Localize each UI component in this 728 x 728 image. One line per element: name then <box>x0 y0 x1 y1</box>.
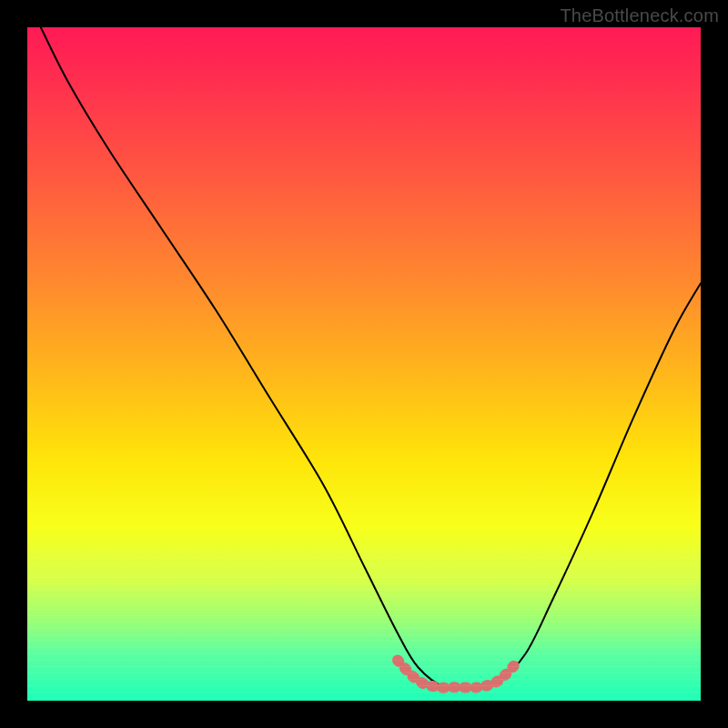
bottleneck-curve <box>41 27 701 689</box>
highlight-band <box>398 661 519 688</box>
chart-plot-area <box>27 27 701 701</box>
source-credit: TheBottleneck.com <box>560 5 719 26</box>
chart-frame: TheBottleneck.com <box>0 0 728 728</box>
chart-svg <box>27 27 701 701</box>
